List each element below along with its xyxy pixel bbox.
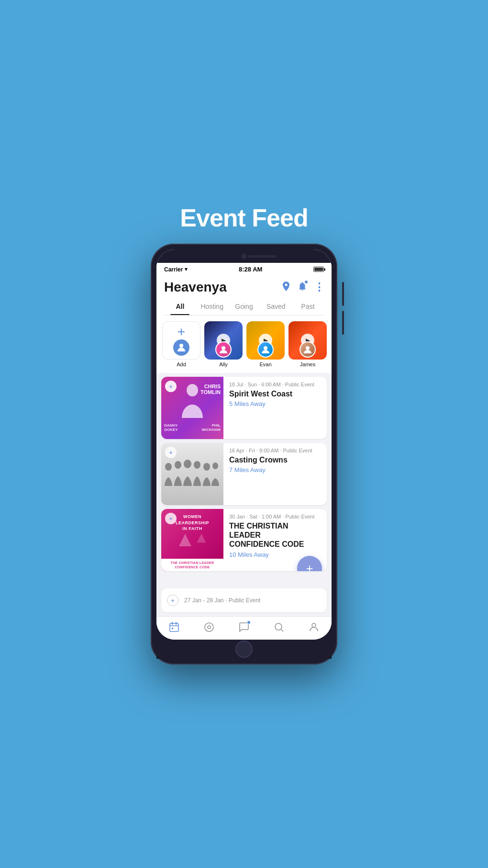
svg-marker-12 (179, 534, 191, 546)
event-image-casting: + (161, 443, 223, 505)
messages-badge (247, 620, 251, 624)
home-button[interactable] (235, 641, 253, 658)
svg-point-8 (184, 460, 191, 468)
evan-avatar (257, 341, 274, 358)
svg-point-6 (165, 463, 172, 471)
svg-point-1 (179, 344, 183, 348)
add-event-button-casting[interactable]: + (165, 447, 177, 458)
svg-point-20 (208, 626, 211, 629)
story-ally-label: Ally (219, 361, 228, 367)
svg-point-2 (222, 346, 225, 350)
stories-row: + Add (156, 321, 332, 367)
story-james-label: James (300, 361, 315, 367)
svg-point-4 (306, 346, 310, 350)
header-top-row: Heavenya (164, 280, 324, 299)
story-ally[interactable]: ▶ Ally (204, 321, 243, 367)
app-name: Heavenya (164, 280, 227, 295)
event-distance-casting: 7 Miles Away (229, 466, 321, 473)
event-info-spirit: 18 Jul · Sun · 6:00 AM · Public Event Sp… (223, 377, 327, 439)
phone-notch (156, 249, 332, 263)
story-add-label: Add (177, 361, 186, 367)
tabs-row: All Hosting Going Saved Past (164, 299, 324, 316)
tab-all[interactable]: All (164, 299, 196, 315)
add-avatar (173, 339, 189, 356)
event-meta-casting: 16 Apr · Fri · 9:00 AM · Public Event (229, 448, 321, 453)
svg-rect-18 (172, 628, 173, 629)
status-right (313, 267, 324, 272)
chris-tomlin-name: CHRIS TOMLIN (200, 383, 221, 395)
event-meta-women: 30 Jan · Sat · 1:00 AM · Public Event (229, 514, 321, 519)
svg-point-9 (194, 461, 200, 469)
nav-discover[interactable] (203, 621, 215, 633)
svg-point-10 (203, 463, 210, 471)
status-time: 8:28 AM (239, 266, 262, 273)
svg-point-7 (175, 461, 181, 469)
more-menu-icon[interactable]: ⋮ (314, 281, 324, 293)
story-james-thumb: ▶ (288, 321, 327, 360)
svg-point-5 (187, 384, 198, 396)
event-card-casting-crowns[interactable]: + (161, 443, 327, 505)
story-evan-thumb: ▶ (246, 321, 285, 360)
nav-calendar[interactable] (168, 621, 180, 633)
story-evan-label: Evan (259, 361, 271, 367)
event-card-partial[interactable]: + 27 Jan - 28 Jan · Public Event (161, 588, 327, 612)
speaker-grill (248, 255, 277, 258)
camera-dot (242, 254, 246, 259)
tab-saved[interactable]: Saved (260, 299, 292, 315)
ally-avatar (215, 341, 232, 358)
app-header: Heavenya (156, 275, 332, 316)
status-left: Carrier ▾ (164, 266, 188, 273)
event-info-casting: 16 Apr · Fri · 9:00 AM · Public Event Ca… (223, 443, 327, 505)
phone-screen: Carrier ▾ 8:28 AM Heavenya (156, 249, 332, 640)
carrier-label: Carrier (164, 266, 183, 273)
phone-frame: Carrier ▾ 8:28 AM Heavenya (151, 244, 337, 665)
stories-section: + Add (156, 316, 332, 373)
battery-icon (313, 267, 324, 272)
add-partial-event[interactable]: + (167, 595, 178, 606)
triangle-deco (161, 533, 223, 547)
add-event-button[interactable]: + (165, 381, 177, 392)
story-james[interactable]: ▶ James (288, 321, 327, 367)
james-avatar (299, 341, 316, 358)
svg-marker-13 (197, 533, 206, 542)
nav-search[interactable] (273, 621, 285, 633)
add-story-thumb: + (162, 321, 200, 360)
notification-badge (304, 280, 308, 284)
story-add[interactable]: + Add (162, 321, 200, 367)
event-image-chris: + CHRIS TOMLIN (161, 377, 223, 439)
phone-bottom (156, 640, 332, 659)
svg-point-19 (205, 623, 213, 631)
story-ally-thumb: ▶ (204, 321, 243, 360)
side-buttons (342, 282, 344, 339)
nav-messages[interactable] (238, 621, 250, 633)
status-bar: Carrier ▾ 8:28 AM (156, 263, 332, 275)
location-icon[interactable] (281, 281, 291, 294)
nav-profile[interactable] (308, 621, 320, 633)
bottom-nav (156, 616, 332, 640)
event-meta-spirit: 18 Jul · Sun · 6:00 AM · Public Event (229, 382, 321, 387)
svg-point-0 (285, 283, 288, 286)
svg-line-22 (281, 630, 284, 632)
event-title-casting: Casting Crowns (229, 455, 321, 464)
notification-icon[interactable] (298, 281, 307, 294)
event-image-women: WOMENLEARDERSHIPIN FAITH THE CHRISTIAN L… (161, 509, 223, 571)
event-card-spirit-west-coast[interactable]: + CHRIS TOMLIN (161, 377, 327, 439)
event-distance-spirit: 5 Miles Away (229, 400, 321, 407)
events-list: + CHRIS TOMLIN (156, 377, 332, 571)
confidence-code-box: THE CHRISTIAN LEADERCONFIDENCE CODE (161, 559, 223, 571)
wifi-icon: ▾ (185, 266, 188, 272)
event-title-women: THE CHRISTIAN LEADER CONFIDENCE CODE (229, 521, 321, 549)
add-event-button-women[interactable]: + (165, 513, 177, 524)
story-evan[interactable]: ▶ Evan (246, 321, 285, 367)
tab-hosting[interactable]: Hosting (196, 299, 228, 315)
page-title: Event Feed (180, 203, 308, 232)
tab-past[interactable]: Past (292, 299, 324, 315)
svg-point-23 (312, 623, 316, 627)
other-artists: DANNY GOKEY PHIL WICKHAM (164, 424, 221, 432)
tab-going[interactable]: Going (228, 299, 260, 315)
svg-point-3 (264, 346, 267, 350)
svg-point-21 (275, 623, 282, 630)
svg-point-11 (212, 462, 218, 469)
event-card-women-leadership[interactable]: WOMENLEARDERSHIPIN FAITH THE CHRISTIAN L… (161, 509, 327, 571)
page-wrapper: Event Feed Carrier ▾ 8:28 AM (120, 203, 368, 665)
